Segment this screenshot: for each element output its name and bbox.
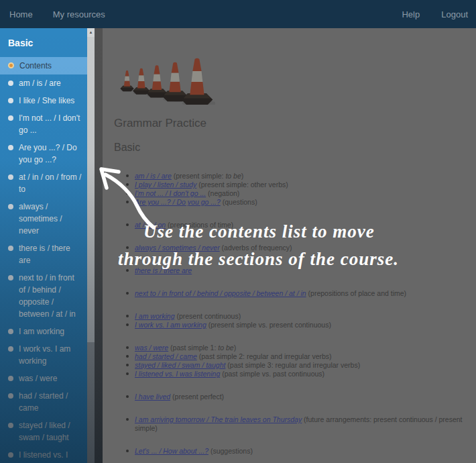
topic-link-always-sometimes-never[interactable]: always / sometimes / never bbox=[135, 244, 220, 252]
topic-link-next-to-in-front-of-behind-opposite-between-at-in[interactable]: next to / in front of / behind / opposit… bbox=[135, 289, 306, 297]
scrollbar-thumb[interactable] bbox=[87, 28, 95, 342]
sidebar-item-label: was / were bbox=[19, 372, 57, 384]
nav-item-help[interactable]: Help bbox=[402, 9, 420, 19]
list-bullet-icon bbox=[126, 395, 129, 398]
topic-description: (adverbs of frequency) bbox=[220, 244, 292, 252]
topic-description: (present continuous) bbox=[175, 312, 241, 320]
sidebar-item-are-you-do-you-go[interactable]: Are you ...? / Do you go ...? bbox=[0, 139, 87, 168]
sidebar-item-label: at / in / on / from / to bbox=[19, 171, 83, 195]
sidebar-item-had-started-came[interactable]: had / started / came bbox=[0, 387, 87, 417]
topic-link-are-you-do-you-go[interactable]: Are you ...? / Do you go ...? bbox=[135, 198, 221, 206]
sidebar-item-next-to-in-front-of-behind-opposite-between-at-in[interactable]: next to / in front of / behind / opposit… bbox=[0, 269, 87, 323]
sidebar-item-label: I'm not ... / I don't go ... bbox=[19, 112, 83, 136]
sidebar-item-was-were[interactable]: was / were bbox=[0, 370, 87, 387]
topic-group: I have lived (present perfect) bbox=[114, 393, 476, 401]
topic-item: I work vs. I am working (present simple … bbox=[114, 321, 476, 329]
topic-item-text: was / were (past simple 1: to be) bbox=[135, 344, 236, 352]
sidebar-item-label: next to / in front of / behind / opposit… bbox=[19, 272, 83, 320]
nav-item-home[interactable]: Home bbox=[9, 9, 33, 19]
topic-link-i-work-vs-i-am-working[interactable]: I work vs. I am working bbox=[135, 321, 206, 329]
sidebar-item-label: there is / there are bbox=[19, 242, 83, 266]
sidebar-item-always-sometimes-never[interactable]: always / sometimes / never bbox=[0, 198, 87, 240]
topic-item-text: had / started / came (past simple 2: reg… bbox=[135, 352, 332, 361]
topic-description: (negation) bbox=[206, 189, 239, 197]
topic-link-let-s-how-about[interactable]: Let's ... / How about ...? bbox=[135, 447, 209, 455]
topic-link-had-started-came[interactable]: had / started / came bbox=[135, 352, 197, 360]
topic-item-text: I play / listen / study (present simple:… bbox=[135, 181, 288, 189]
list-bullet-icon bbox=[126, 364, 129, 366]
topic-link-i-am-arriving-tomorrow-the-train-leaves-on-thursday[interactable]: I am arriving tomorrow / The train leave… bbox=[135, 415, 302, 423]
bullet-icon bbox=[8, 115, 13, 121]
sidebar-item-label: stayed / liked / swam / taught bbox=[19, 419, 83, 444]
topic-link-i-m-not-i-don-t-go[interactable]: I'm not ... / I don't go ... bbox=[135, 189, 206, 197]
bullet-icon bbox=[8, 246, 13, 251]
topic-description: (suggestions) bbox=[209, 447, 253, 455]
topic-description: (present perfect) bbox=[170, 393, 224, 401]
topic-link-there-is-there-are[interactable]: there is / there are bbox=[135, 266, 192, 274]
sidebar-item-contents[interactable]: Contents bbox=[0, 57, 87, 74]
topic-group: am / is / are (present simple: to be)I p… bbox=[114, 172, 476, 207]
topic-link-stayed-liked-swam-taught[interactable]: stayed / liked / swam / taught bbox=[135, 361, 225, 369]
nav-item-my-resources[interactable]: My resources bbox=[53, 9, 105, 19]
sidebar-item-i-am-working[interactable]: I am working bbox=[0, 323, 87, 340]
topic-item-text: I am arriving tomorrow / The train leave… bbox=[135, 415, 476, 433]
nav-item-logout[interactable]: Logout bbox=[441, 9, 468, 19]
topic-description: to be bbox=[218, 344, 233, 352]
sidebar-item-label: am / is / are bbox=[19, 77, 61, 89]
topic-link-i-am-working[interactable]: I am working bbox=[135, 312, 175, 320]
topic-item-text: at / in / on (prepositions of time) bbox=[135, 221, 233, 229]
sidebar-scrollbar[interactable]: ▲ bbox=[87, 28, 95, 463]
bullet-icon bbox=[8, 376, 13, 381]
topic-description: ) bbox=[241, 172, 244, 180]
topic-item: Let's ... / How about ...? (suggestions) bbox=[114, 447, 476, 456]
topic-item: at / in / on (prepositions of time) bbox=[114, 221, 476, 229]
sidebar-item-label: I am working bbox=[19, 325, 64, 338]
bullet-icon bbox=[8, 174, 13, 180]
sidebar-item-stayed-liked-swam-taught[interactable]: stayed / liked / swam / taught bbox=[0, 417, 87, 446]
list-bullet-icon bbox=[126, 269, 129, 272]
sidebar-item-at-in-on-from-to[interactable]: at / in / on / from / to bbox=[0, 168, 87, 198]
topic-item: was / were (past simple 1: to be) bbox=[114, 344, 476, 352]
topic-item: am / is / are (present simple: to be) bbox=[114, 172, 476, 181]
sidebar-item-there-is-there-are[interactable]: there is / there are bbox=[0, 240, 87, 269]
list-bullet-icon bbox=[126, 246, 129, 249]
topic-group: I am arriving tomorrow / The train leave… bbox=[114, 415, 476, 433]
topic-item: had / started / came (past simple 2: reg… bbox=[114, 352, 476, 361]
topic-link-was-were[interactable]: was / were bbox=[135, 344, 168, 352]
nav-right-group: HelpLogout bbox=[402, 9, 476, 19]
topic-description: (past simple 2: regular and irregular ve… bbox=[197, 352, 332, 360]
page-subtitle: Basic bbox=[114, 142, 476, 154]
topic-item: I'm not ... / I don't go ... (negation) bbox=[114, 189, 476, 198]
top-nav: HomeMy resources HelpLogout bbox=[0, 0, 476, 28]
topic-item: always / sometimes / never (adverbs of f… bbox=[114, 244, 476, 252]
topic-link-i-play-listen-study[interactable]: I play / listen / study bbox=[135, 181, 196, 189]
topic-link-i-have-lived[interactable]: I have lived bbox=[135, 393, 170, 401]
list-bullet-icon bbox=[126, 315, 129, 317]
sidebar-item-label: Contents bbox=[19, 60, 52, 72]
bullet-icon bbox=[8, 81, 13, 86]
bullet-icon bbox=[8, 145, 13, 150]
scroll-up-icon[interactable]: ▲ bbox=[87, 28, 95, 37]
list-bullet-icon bbox=[126, 323, 129, 326]
sidebar-item-i-work-vs-i-am-working[interactable]: I work vs. I am working bbox=[0, 340, 87, 370]
topic-link-i-listened-vs-i-was-listening[interactable]: I listened vs. I was listening bbox=[135, 370, 220, 378]
list-bullet-icon bbox=[126, 201, 129, 203]
sidebar-item-i-like-she-likes[interactable]: I like / She likes bbox=[0, 92, 87, 109]
sidebar-item-i-m-not-i-don-t-go[interactable]: I'm not ... / I don't go ... bbox=[0, 109, 87, 139]
sidebar-item-am-is-are[interactable]: am / is / are bbox=[0, 74, 87, 92]
topic-group: I am working (present continuous)I work … bbox=[114, 312, 476, 329]
topic-group: there is / there are bbox=[114, 266, 476, 275]
topic-description: (past simple vs. past continuous) bbox=[220, 370, 324, 378]
grammar-topics-list: am / is / are (present simple: to be)I p… bbox=[114, 172, 476, 463]
topic-link-at-in-on[interactable]: at / in / on bbox=[135, 221, 166, 229]
sidebar-item-i-listened-vs-i-was-listening[interactable]: I listened vs. I was listening bbox=[0, 446, 87, 463]
list-bullet-icon bbox=[126, 450, 129, 452]
bullet-icon bbox=[8, 204, 13, 209]
topic-item: there is / there are bbox=[114, 266, 476, 275]
topic-group: Let's ... / How about ...? (suggestions) bbox=[114, 447, 476, 456]
topic-description: (present simple: bbox=[172, 172, 226, 180]
sidebar-item-label: I like / She likes bbox=[19, 95, 74, 107]
list-bullet-icon bbox=[126, 192, 129, 195]
sidebar-item-label: Are you ...? / Do you go ...? bbox=[19, 142, 83, 166]
topic-link-am-is-are[interactable]: am / is / are bbox=[135, 172, 172, 180]
